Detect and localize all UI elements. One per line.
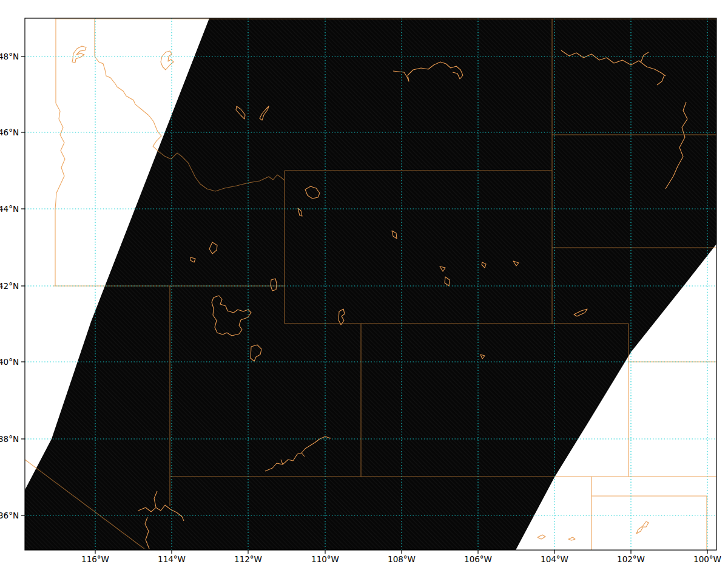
lon-tick-label: 108°W xyxy=(388,554,416,564)
lon-tick-label: 114°W xyxy=(158,554,186,564)
lon-tick-label: 102°W xyxy=(617,554,645,564)
satellite-image-page: GOES-18 Channel 2 (visible) Reflectance … xyxy=(0,0,728,564)
lon-tick-label: 100°W xyxy=(693,554,721,564)
lon-tick-label: 110°W xyxy=(311,554,339,564)
satellite-map: 48°N46°N44°N42°N40°N38°N36°N116°W114°W11… xyxy=(0,0,728,564)
lat-tick-label: 36°N xyxy=(0,511,19,520)
lat-tick-label: 38°N xyxy=(0,434,19,444)
lon-tick-label: 106°W xyxy=(464,554,492,564)
lon-tick-label: 112°W xyxy=(234,554,262,564)
lat-tick-label: 46°N xyxy=(0,127,19,137)
lon-tick-label: 104°W xyxy=(541,554,568,564)
lon-tick-label: 116°W xyxy=(81,554,109,564)
lat-tick-label: 48°N xyxy=(0,52,19,61)
lat-tick-label: 42°N xyxy=(0,281,19,291)
lat-tick-label: 40°N xyxy=(0,357,19,367)
lat-tick-label: 44°N xyxy=(0,204,19,214)
